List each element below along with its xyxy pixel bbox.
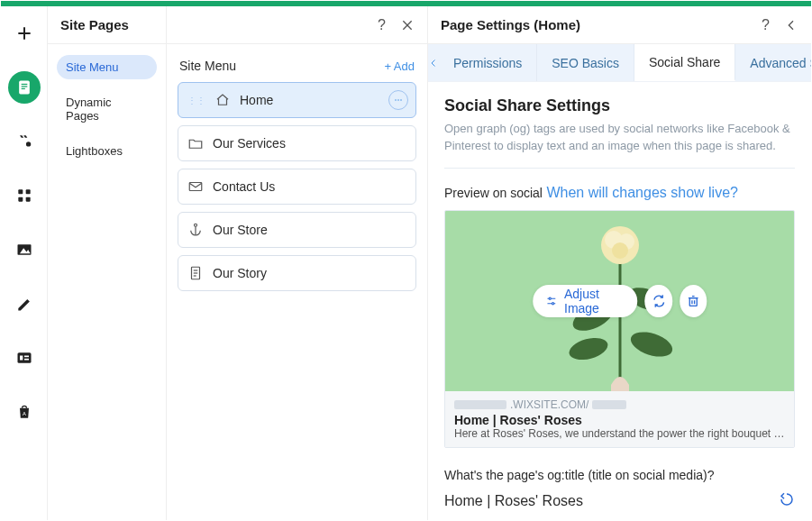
og-title-label: What's the page's og:title (title on soc… xyxy=(444,468,795,482)
page-label: Our Store xyxy=(213,223,268,237)
back-icon[interactable] xyxy=(784,18,798,32)
tab-seo-basics[interactable]: SEO Basics xyxy=(537,44,634,81)
page-label: Our Story xyxy=(213,266,267,280)
home-icon xyxy=(214,92,231,108)
svg-rect-14 xyxy=(20,356,23,361)
category-site-menu[interactable]: Site Menu xyxy=(57,55,157,79)
page-item-store[interactable]: Our Store xyxy=(178,212,416,248)
help-icon[interactable]: ? xyxy=(762,17,770,33)
mail-icon xyxy=(187,178,204,195)
page-item-services[interactable]: Our Services xyxy=(178,125,416,161)
preview-card-title: Home | Roses' Roses xyxy=(454,413,785,427)
svg-rect-13 xyxy=(17,352,31,363)
preview-host: .WIXSITE.COM/ xyxy=(454,398,785,411)
svg-point-34 xyxy=(627,327,675,361)
svg-rect-43 xyxy=(689,297,697,306)
preview-card-description: Here at Roses' Roses, we understand the … xyxy=(454,427,785,440)
section-description: Open graph (og) tags are used by social … xyxy=(444,121,795,155)
theme-icon[interactable] xyxy=(8,125,41,158)
media-icon[interactable] xyxy=(8,233,41,266)
page-more-icon[interactable] xyxy=(388,90,408,110)
svg-rect-15 xyxy=(24,356,29,358)
svg-rect-9 xyxy=(18,197,23,202)
doc-icon xyxy=(187,265,204,281)
tab-social-share[interactable]: Social Share xyxy=(634,44,735,81)
category-dynamic-pages[interactable]: Dynamic Pages xyxy=(57,90,157,128)
page-item-home[interactable]: ⋮⋮ Home xyxy=(178,82,416,118)
social-preview-card: Adjust Image .WIXSITE.COM/ xyxy=(444,210,795,448)
delete-image-button[interactable] xyxy=(680,285,707,317)
svg-rect-2 xyxy=(19,81,30,95)
social-preview-image: Adjust Image xyxy=(445,211,794,391)
svg-point-6 xyxy=(25,142,30,146)
svg-point-33 xyxy=(566,334,609,363)
store-icon[interactable]: A xyxy=(8,396,41,428)
replace-image-button[interactable] xyxy=(645,285,672,317)
svg-rect-10 xyxy=(25,197,30,202)
site-menu-heading: Site Menu xyxy=(179,59,236,73)
site-pages-panel: Site Pages Site Menu Dynamic Pages Light… xyxy=(48,6,167,520)
tab-advanced-seo[interactable]: Advanced SEO xyxy=(735,44,811,81)
svg-point-21 xyxy=(397,99,399,101)
section-title: Social Share Settings xyxy=(444,96,795,115)
blog-icon[interactable] xyxy=(8,288,41,320)
content-icon[interactable] xyxy=(8,342,41,374)
svg-rect-8 xyxy=(25,189,30,194)
svg-point-24 xyxy=(195,224,197,226)
svg-rect-5 xyxy=(21,88,24,89)
live-changes-link[interactable]: When will changes show live? xyxy=(546,185,738,200)
svg-point-40 xyxy=(549,297,551,299)
svg-point-38 xyxy=(612,242,628,259)
svg-rect-7 xyxy=(18,189,23,194)
drag-handle-icon[interactable]: ⋮⋮ xyxy=(187,96,205,105)
page-item-story[interactable]: Our Story xyxy=(178,255,416,291)
category-lightboxes[interactable]: Lightboxes xyxy=(57,139,157,163)
page-label: Contact Us xyxy=(213,179,275,194)
settings-tabstrip: Permissions SEO Basics Social Share Adva… xyxy=(428,44,811,82)
add-page-button[interactable]: + Add xyxy=(384,59,415,73)
tab-permissions[interactable]: Permissions xyxy=(439,44,537,81)
svg-rect-23 xyxy=(189,183,202,191)
svg-point-42 xyxy=(552,302,553,304)
svg-point-20 xyxy=(395,99,397,101)
adjust-image-button[interactable]: Adjust Image xyxy=(533,285,638,317)
page-label: Home xyxy=(240,93,273,107)
help-icon[interactable]: ? xyxy=(378,17,386,33)
page-settings-panel: Page Settings (Home) ? Permissions SEO B… xyxy=(428,6,811,520)
anchor-icon xyxy=(187,222,204,238)
revert-og-title-button[interactable] xyxy=(779,491,795,511)
tabs-scroll-left[interactable] xyxy=(428,44,439,81)
svg-rect-16 xyxy=(24,359,29,361)
page-settings-title: Page Settings (Home) xyxy=(441,17,580,32)
page-label: Our Services xyxy=(213,136,286,151)
preview-label: Preview on social xyxy=(444,186,543,200)
svg-rect-3 xyxy=(21,84,27,85)
site-pages-title: Site Pages xyxy=(60,17,129,32)
folder-icon xyxy=(187,135,204,151)
svg-text:A: A xyxy=(23,411,26,416)
pages-icon[interactable] xyxy=(8,71,41,104)
site-menu-panel: ? Site Menu + Add ⋮⋮ Home xyxy=(167,6,428,520)
left-icon-rail: A xyxy=(1,6,48,520)
close-icon[interactable] xyxy=(400,18,415,32)
svg-rect-4 xyxy=(21,86,27,87)
add-icon[interactable] xyxy=(8,17,41,50)
apps-icon[interactable] xyxy=(8,179,41,212)
svg-point-22 xyxy=(400,99,402,101)
adjust-image-label: Adjust Image xyxy=(564,287,625,315)
divider xyxy=(444,168,795,169)
page-item-contact[interactable]: Contact Us xyxy=(178,169,416,205)
og-title-value[interactable]: Home | Roses' Roses xyxy=(444,493,583,509)
